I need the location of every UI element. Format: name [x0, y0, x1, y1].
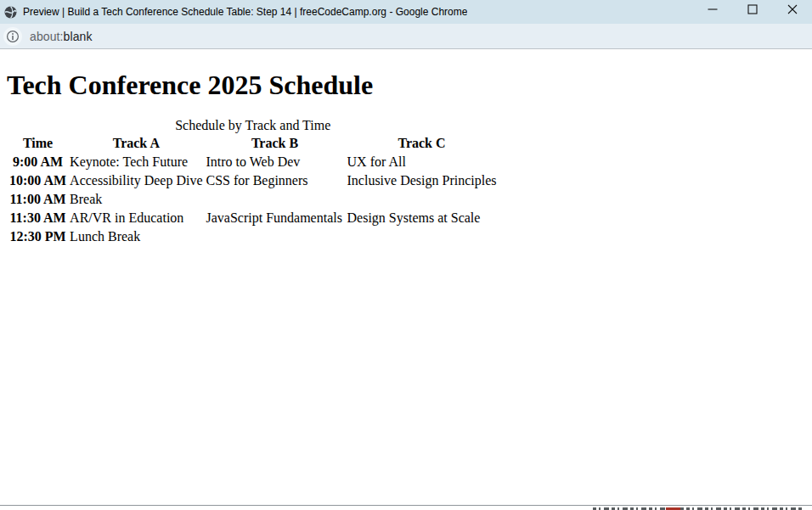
address-bar[interactable]: about:blank: [0, 24, 812, 49]
schedule-row: 12:30 PMLunch Break: [8, 228, 497, 245]
close-icon: [787, 4, 798, 14]
browser-window: Preview | Build a Tech Conference Schedu…: [0, 0, 812, 510]
page-content: Tech Conference 2025 Schedule Schedule b…: [0, 49, 812, 254]
maximize-icon: [747, 4, 758, 14]
table-caption: Schedule by Track and Time: [7, 118, 499, 133]
time-cell: 11:00 AM: [8, 191, 67, 208]
session-cell: Accessibility Deep Dive: [69, 172, 203, 189]
session-cell: Inclusive Design Principles: [347, 172, 498, 189]
table-header: TimeTrack ATrack BTrack C: [8, 135, 497, 152]
session-cell: AR/VR in Education: [69, 210, 203, 227]
clipped-background-text-fragments: [593, 507, 804, 510]
column-header-time: Time: [8, 135, 67, 152]
time-cell: 9:00 AM: [8, 154, 67, 171]
column-header-track-a: Track A: [69, 135, 203, 152]
url-text[interactable]: about:blank: [30, 30, 93, 43]
page-info-button[interactable]: [3, 27, 22, 46]
table-body: 9:00 AMKeynote: Tech FutureIntro to Web …: [8, 154, 497, 245]
window-controls: [692, 0, 812, 19]
time-cell: 10:00 AM: [8, 172, 67, 189]
schedule-row: 11:30 AMAR/VR in EducationJavaScript Fun…: [8, 210, 497, 227]
session-cell: Intro to Web Dev: [206, 154, 345, 171]
column-header-track-c: Track C: [347, 135, 498, 152]
session-cell: Keynote: Tech Future: [69, 154, 203, 171]
info-icon: [6, 30, 20, 43]
url-scheme: about:: [30, 30, 64, 43]
header-row: TimeTrack ATrack BTrack C: [8, 135, 497, 152]
window-bottom-border: [0, 505, 812, 506]
page-title: Tech Conference 2025 Schedule: [7, 70, 805, 101]
session-cell: Break: [69, 191, 497, 208]
url-host: blank: [64, 30, 93, 43]
maximize-button[interactable]: [732, 0, 772, 19]
schedule-table: Schedule by Track and Time TimeTrack ATr…: [7, 118, 499, 247]
window-titlebar: Preview | Build a Tech Conference Schedu…: [0, 0, 812, 24]
time-cell: 11:30 AM: [8, 210, 67, 227]
session-cell: Lunch Break: [69, 228, 497, 245]
minimize-button[interactable]: [692, 0, 732, 19]
session-cell: UX for All: [347, 154, 498, 171]
close-button[interactable]: [772, 0, 812, 19]
schedule-row: 9:00 AMKeynote: Tech FutureIntro to Web …: [8, 154, 497, 171]
time-cell: 12:30 PM: [8, 228, 67, 245]
schedule-row: 10:00 AMAccessibility Deep DiveCSS for B…: [8, 172, 497, 189]
globe-favicon-icon: [4, 6, 17, 19]
window-title: Preview | Build a Tech Conference Schedu…: [23, 6, 467, 18]
minimize-icon: [708, 4, 718, 14]
session-cell: Design Systems at Scale: [347, 210, 498, 227]
session-cell: JavaScript Fundamentals: [206, 210, 345, 227]
schedule-row: 11:00 AMBreak: [8, 191, 497, 208]
column-header-track-b: Track B: [206, 135, 345, 152]
session-cell: CSS for Beginners: [206, 172, 345, 189]
